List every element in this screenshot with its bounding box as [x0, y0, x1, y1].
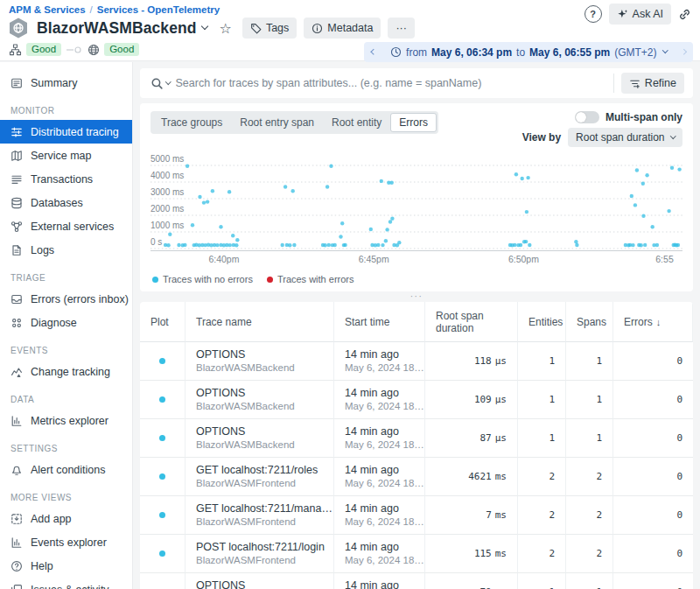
permalink-icon[interactable]: [678, 8, 691, 21]
search-mode-dropdown[interactable]: [149, 77, 176, 90]
trace-plot-dot: [159, 396, 165, 403]
trace-point: [381, 243, 384, 247]
trace-point: [219, 225, 222, 228]
plot-cell: [140, 419, 186, 458]
trace-point: [376, 243, 380, 247]
column-header-start-time[interactable]: Start time: [334, 302, 425, 342]
entities-cell: 1: [518, 342, 566, 381]
column-header-errors[interactable]: Errors↓: [613, 302, 693, 342]
sidebar-section-header-settings: SETTINGS: [0, 432, 132, 458]
sidebar-item-errors-errors-inbox[interactable]: Errors (errors inbox): [0, 287, 132, 311]
column-header-spans[interactable]: Spans: [566, 302, 613, 342]
search-icon: [150, 77, 164, 90]
sidebar-item-add-app[interactable]: Add app: [0, 507, 132, 530]
databases-icon: [10, 197, 23, 209]
sidebar-item-events-explorer[interactable]: Events explorer: [0, 530, 132, 554]
web-health-badge[interactable]: Good: [104, 43, 139, 56]
filter-icon: [629, 78, 640, 89]
sidebar-item-alert-conditions[interactable]: Alert conditions: [0, 458, 132, 481]
sidebar-item-service-map[interactable]: Service map: [0, 144, 132, 167]
trace-entity: BlazorWASMBackend: [196, 361, 332, 375]
sidebar-section-header-data: DATA: [0, 383, 132, 409]
trace-name: GET localhost:7211/roles: [196, 463, 332, 477]
trace-point: [519, 243, 522, 247]
duration-scatter-chart[interactable]: 5000 ms4000 ms3000 ms2000 ms1000 ms0 s6:…: [150, 154, 682, 270]
duration-cell: 118µs: [425, 342, 518, 381]
favorite-star-icon[interactable]: ☆: [220, 20, 232, 37]
sidebar-item-metrics-explorer[interactable]: Metrics explorer: [0, 409, 132, 432]
tags-button[interactable]: Tags: [242, 18, 297, 39]
sidebar-item-distributed-tracing[interactable]: Distributed tracing: [0, 120, 132, 144]
spans-cell: 2: [566, 496, 613, 535]
column-header-plot[interactable]: Plot: [140, 302, 186, 342]
start-time-absolute: May 6, 2024 18:...: [345, 361, 424, 375]
y-axis-label: 2000 ms: [150, 204, 184, 214]
time-range-value[interactable]: from May 6, 06:34 pm to May 6, 06:55 pm …: [383, 42, 674, 62]
page-title: BlazorWASMBackend: [37, 19, 197, 38]
trace-point: [166, 243, 170, 247]
column-header-label: Start time: [345, 316, 389, 328]
external-services-icon: [10, 221, 23, 233]
info-icon: [312, 23, 323, 34]
sidebar-item-issues-activity[interactable]: Issues & activity: [0, 578, 132, 589]
trace-name: OPTIONS: [196, 347, 332, 361]
breadcrumb-services-opentelemetry[interactable]: Services - OpenTelemetry: [97, 4, 220, 15]
tab-root-entry-span[interactable]: Root entry span: [231, 113, 323, 132]
legend-item-traces-with-errors[interactable]: Traces with errors: [267, 274, 354, 284]
duration-value: 7ms: [486, 509, 507, 521]
legend-item-traces-with-no-errors[interactable]: Traces with no errors: [152, 274, 253, 284]
duration-value: 118µs: [474, 355, 507, 367]
start-time-cell: 14 min agoMay 6, 2024 18:...: [334, 573, 425, 589]
errors-inbox-icon: [10, 293, 23, 305]
trace-point: [528, 243, 531, 247]
sidebar-item-diagnose[interactable]: Diagnose: [0, 311, 132, 334]
search-input[interactable]: [176, 77, 606, 89]
sidebar-item-logs[interactable]: Logs: [0, 238, 132, 262]
sidebar-item-change-tracking[interactable]: Change tracking: [0, 360, 132, 383]
entity-switcher-chevron-down-icon[interactable]: [200, 23, 207, 30]
sidebar-item-label: Distributed tracing: [31, 126, 119, 138]
start-time-relative: 14 min ago: [345, 463, 424, 477]
start-time-cell: 14 min agoMay 6, 2024 18:...: [334, 496, 425, 535]
errors-cell: 0: [613, 535, 693, 573]
duration-cell: 4621ms: [425, 458, 518, 496]
tab-root-entity[interactable]: Root entity: [323, 113, 390, 132]
tab-trace-groups[interactable]: Trace groups: [152, 113, 231, 132]
sidebar-item-external-services[interactable]: External services: [0, 214, 132, 238]
trace-point: [514, 172, 518, 176]
multi-span-toggle[interactable]: [575, 111, 599, 123]
column-header-entities[interactable]: Entities: [518, 302, 566, 342]
trace-point: [630, 194, 634, 198]
help-circle-icon[interactable]: ?: [584, 5, 602, 23]
sidebar-item-help[interactable]: Help: [0, 554, 132, 578]
column-header-trace-name[interactable]: Trace name: [186, 302, 334, 342]
time-range-to-label: to: [516, 46, 525, 59]
sidebar-item-summary[interactable]: Summary: [0, 71, 132, 95]
time-range-forward-chevron[interactable]: [674, 42, 693, 62]
refine-button[interactable]: Refine: [621, 73, 684, 94]
panel-resize-handle[interactable]: ···: [140, 292, 693, 300]
sidebar-item-label: Logs: [31, 244, 54, 256]
trace-point: [655, 243, 659, 247]
trace-point: [186, 165, 189, 168]
trace-point: [634, 203, 637, 207]
tab-errors[interactable]: Errors: [390, 113, 437, 132]
topbar-actions: ? Ask AI: [584, 4, 691, 25]
metadata-button[interactable]: Metadata: [304, 18, 381, 39]
sidebar-item-label: Change tracking: [31, 366, 110, 378]
ask-ai-button[interactable]: Ask AI: [609, 4, 671, 25]
help-icon: [10, 560, 23, 572]
logs-icon: [10, 244, 23, 256]
sidebar-item-transactions[interactable]: Transactions: [0, 167, 132, 191]
breadcrumb-apm-services[interactable]: APM & Services: [9, 4, 86, 15]
sidebar-item-label: Alert conditions: [31, 464, 105, 476]
entities-cell: 2: [518, 496, 566, 535]
view-by-dropdown[interactable]: Root span duration: [568, 128, 682, 147]
duration-cell: 109µs: [425, 381, 518, 419]
service-map-health-badge[interactable]: Good: [26, 43, 61, 56]
time-range-back-chevron[interactable]: [364, 42, 383, 62]
more-actions-button[interactable]: ···: [388, 18, 415, 39]
start-time-relative: 14 min ago: [345, 501, 424, 515]
column-header-root-span-duration[interactable]: Root span duration: [425, 302, 518, 342]
sidebar-item-databases[interactable]: Databases: [0, 191, 132, 214]
